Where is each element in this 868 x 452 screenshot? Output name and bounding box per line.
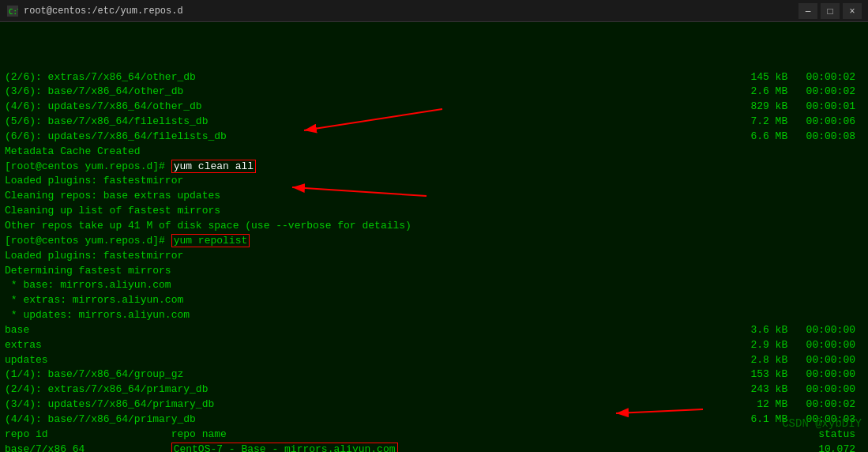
watermark: CSDN @xybDIY <box>782 417 862 430</box>
terminal-line: * base: mirrors.aliyun.com <box>5 278 863 293</box>
terminal-line: (4/4): base/7/x86_64/primary_db6.1 MB 00… <box>5 412 863 428</box>
terminal-line: updates2.8 kB 00:00:00 <box>5 353 863 368</box>
terminal-line: [root@centos yum.repos.d]# yum repolist <box>5 234 863 249</box>
terminal-line: base3.6 kB 00:00:00 <box>5 323 863 338</box>
terminal-line: [root@centos yum.repos.d]# yum clean all <box>5 160 863 175</box>
terminal-line: (2/4): extras/7/x86_64/primary_db243 kB … <box>5 382 863 397</box>
terminal-line: * updates: mirrors.aliyun.com <box>5 308 863 323</box>
terminal-line: extras2.9 kB 00:00:00 <box>5 338 863 353</box>
terminal-line: Metadata Cache Created <box>5 145 863 160</box>
terminal-icon: C:\ <box>6 5 19 17</box>
terminal-line: Loaded plugins: fastestmirror <box>5 174 863 189</box>
terminal-line: repo id repo namestatus <box>5 428 863 443</box>
terminal-line: (3/6): base/7/x86_64/other_db2.6 MB 00:0… <box>5 85 863 100</box>
terminal-body[interactable]: (2/6): extras/7/x86_64/other_db145 kB 00… <box>0 22 868 452</box>
line-right-value: 2.6 MB 00:00:02 <box>690 85 863 100</box>
line-right-value: 145 kB 00:00:02 <box>690 70 863 85</box>
line-right-value: 3.6 kB 00:00:00 <box>690 323 863 338</box>
line-right-value: 12 MB 00:00:02 <box>690 397 863 412</box>
terminal-output: (2/6): extras/7/x86_64/other_db145 kB 00… <box>5 25 863 452</box>
terminal-line: Determining fastest mirrors <box>5 264 863 279</box>
terminal-line: Other repos take up 41 M of disk space (… <box>5 219 863 234</box>
minimize-button[interactable]: – <box>798 3 817 19</box>
terminal-line: Loaded plugins: fastestmirror <box>5 249 863 264</box>
terminal-line: Cleaning up list of fastest mirrors <box>5 204 863 219</box>
line-right-value: 2.9 kB 00:00:00 <box>690 338 863 353</box>
terminal-line: (4/6): updates/7/x86_64/other_db829 kB 0… <box>5 100 863 115</box>
window-title: root@centos:/etc/yum.repos.d <box>24 6 798 17</box>
line-right-value: 2.8 kB 00:00:00 <box>690 353 863 368</box>
titlebar: C:\ root@centos:/etc/yum.repos.d – □ × <box>0 0 868 22</box>
yum-repolist-cmd: yum repolist <box>171 234 250 247</box>
terminal-window: C:\ root@centos:/etc/yum.repos.d – □ × (… <box>0 0 868 452</box>
terminal-line: (5/6): base/7/x86_64/filelists_db7.2 MB … <box>5 115 863 130</box>
terminal-line: * extras: mirrors.aliyun.com <box>5 293 863 308</box>
yum-clean-all-cmd: yum clean all <box>171 160 256 173</box>
line-right-value: 7.2 MB 00:00:06 <box>690 115 863 130</box>
terminal-line: (2/6): extras/7/x86_64/other_db145 kB 00… <box>5 70 863 85</box>
terminal-line: (1/4): base/7/x86_64/group_gz153 kB 00:0… <box>5 367 863 382</box>
terminal-line: (3/4): updates/7/x86_64/primary_db12 MB … <box>5 397 863 412</box>
terminal-line: Cleaning repos: base extras updates <box>5 189 863 204</box>
line-right-value: 153 kB 00:00:00 <box>690 367 863 382</box>
maximize-button[interactable]: □ <box>821 3 840 19</box>
line-right-value: 10,072 <box>690 443 863 452</box>
line-right-value: 6.6 MB 00:00:08 <box>690 130 863 145</box>
line-right-value: 243 kB 00:00:00 <box>690 382 863 397</box>
close-button[interactable]: × <box>843 3 862 19</box>
repo-name-highlight: CentOS-7 - Base - mirrors.aliyun.com <box>171 443 398 452</box>
svg-text:C:\: C:\ <box>9 8 18 16</box>
terminal-line: (6/6): updates/7/x86_64/filelists_db6.6 … <box>5 130 863 145</box>
line-right-value: 829 kB 00:00:01 <box>690 100 863 115</box>
window-controls: – □ × <box>798 3 862 19</box>
terminal-line: base/7/x86_64 CentOS-7 - Base - mirrors.… <box>5 443 863 452</box>
